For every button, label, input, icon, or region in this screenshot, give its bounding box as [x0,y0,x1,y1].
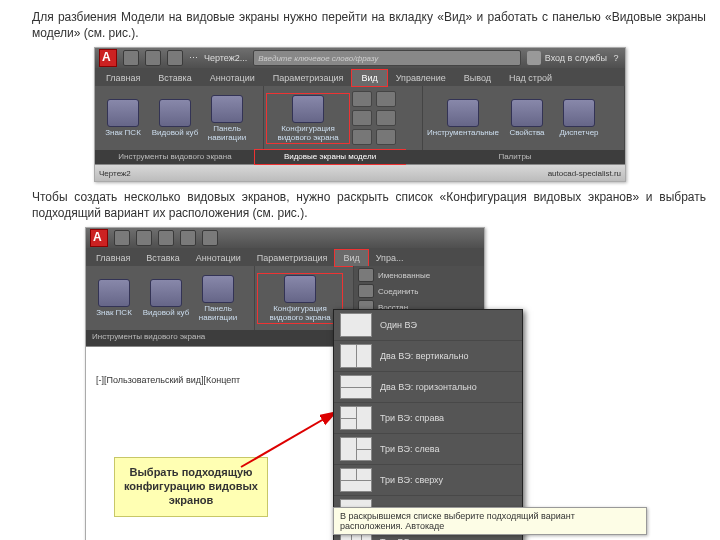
vp-small-1[interactable] [352,91,372,107]
tab-parametric[interactable]: Параметризация [249,250,336,266]
tab-addins[interactable]: Над строй [500,70,561,86]
status-right: autocad-specialist.ru [548,169,621,178]
qat-doc-name: Чертеж2... [204,53,247,63]
named-icon[interactable] [358,268,374,282]
dd-item-single[interactable]: Один ВЭ [334,310,522,341]
tab-insert[interactable]: Вставка [149,70,200,86]
vp-small-2[interactable] [352,110,372,126]
ribbon-tabs-2: Главная Вставка Аннотации Параметризация… [86,248,484,266]
qat-save-icon[interactable] [167,50,183,66]
named-label[interactable]: Именованные [378,271,430,280]
viewport-config-button[interactable]: Конфигурация видового экрана [259,275,341,322]
viewport-config-button[interactable]: Конфигурация видового экрана [268,95,348,142]
screenshot-2-wrap: Главная Вставка Аннотации Параметризация… [85,227,635,540]
title-bar: ⋯ Чертеж2... Введите ключевое слово/фраз… [95,48,625,68]
dd-item-three-right[interactable]: Три ВЭ: справа [334,403,522,434]
tab-view[interactable]: Вид [335,250,367,266]
tab-parametric[interactable]: Параметризация [264,70,353,86]
navbar-button[interactable]: Панель навигации [194,275,242,322]
panel-title-viewtools: Инструменты видового экрана [95,150,255,164]
vp-small-6[interactable] [376,129,396,145]
tab-manage[interactable]: Управление [387,70,455,86]
qat-open-icon[interactable] [136,230,152,246]
qat-redo-icon[interactable] [202,230,218,246]
properties-button[interactable]: Свойства [503,99,551,137]
viewcube-button[interactable]: Видовой куб [142,279,190,317]
instruction-1: Для разбиения Модели на видовые экраны н… [32,10,706,41]
tab-manage[interactable]: Упра... [368,250,412,266]
instruction-2: Чтобы создать несколько видовых экранов,… [32,190,706,221]
status-bar: Чертеж2 autocad-specialist.ru [95,164,625,181]
tooltip: В раскрывшемся списке выберите подходящи… [333,507,647,535]
dd-item-three-above[interactable]: Три ВЭ: сверху [334,465,522,496]
qat-sep: ⋯ [189,53,198,63]
app-logo-icon[interactable] [90,229,108,247]
ribbon-tabs: Главная Вставка Аннотации Параметризация… [95,68,625,86]
dd-item-two-h[interactable]: Два ВЭ: горизонтально [334,372,522,403]
qat-new-icon[interactable] [123,50,139,66]
tab-annotate[interactable]: Аннотации [188,250,249,266]
ucs-icon-button[interactable]: Знак ПСК [90,279,138,317]
search-input[interactable]: Введите ключевое слово/фразу [253,50,520,66]
vp-small-4[interactable] [376,91,396,107]
vp-small-5[interactable] [376,110,396,126]
join-label[interactable]: Соединить [378,287,418,296]
help-icon[interactable]: ? [611,53,621,63]
viewcube-button[interactable]: Видовой куб [151,99,199,137]
panel-title-model-viewports: Видовые экраны модели [255,150,405,164]
tab-view[interactable]: Вид [352,70,386,86]
tab-annotate[interactable]: Аннотации [201,70,264,86]
qat-new-icon[interactable] [114,230,130,246]
login-link[interactable]: Вход в службы [545,53,607,63]
app-logo-icon[interactable] [99,49,117,67]
qat-save-icon[interactable] [158,230,174,246]
navbar-button[interactable]: Панель навигации [203,95,251,142]
status-left: Чертеж2 [99,169,131,178]
panel-title-palettes: Палитры [405,150,625,164]
viewport-config-dropdown[interactable]: Один ВЭ Два ВЭ: вертикально Два ВЭ: гори… [333,309,523,540]
screenshot-1: ⋯ Чертеж2... Введите ключевое слово/фраз… [94,47,626,182]
dispatcher-button[interactable]: Диспетчер [555,99,603,137]
dd-item-three-left[interactable]: Три ВЭ: слева [334,434,522,465]
svg-line-0 [241,412,336,467]
qat-open-icon[interactable] [145,50,161,66]
tab-home[interactable]: Главная [97,70,149,86]
ucs-icon-button[interactable]: Знак ПСК [99,99,147,137]
title-bar-2 [86,228,484,248]
tab-output[interactable]: Вывод [455,70,500,86]
dd-item-two-v[interactable]: Два ВЭ: вертикально [334,341,522,372]
ribbon: Знак ПСК Видовой куб Панель навигации Ко… [95,86,625,150]
tab-insert[interactable]: Вставка [138,250,187,266]
vp-small-3[interactable] [352,129,372,145]
join-icon[interactable] [358,284,374,298]
tab-home[interactable]: Главная [88,250,138,266]
user-avatar-icon[interactable] [527,51,541,65]
tool-palettes-button[interactable]: Инструментальные [427,99,499,137]
qat-undo-icon[interactable] [180,230,196,246]
viewport-label[interactable]: [-][Пользовательский вид][Концепт [96,375,240,385]
